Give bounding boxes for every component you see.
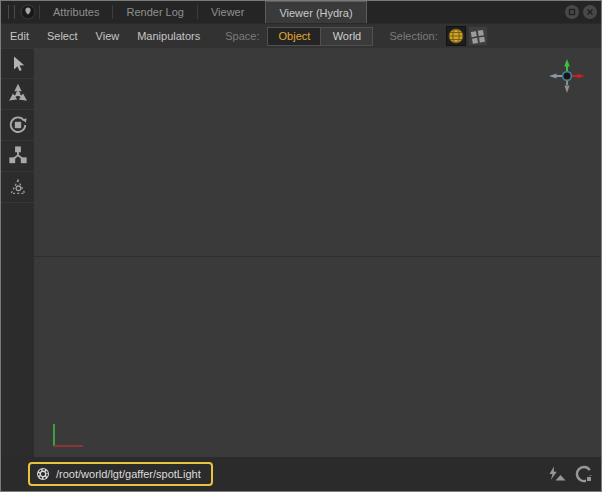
tab-label: Attributes	[53, 6, 99, 18]
globe-icon	[448, 28, 464, 44]
translate-icon	[8, 84, 28, 104]
status-bar: /root/world/lgt/gaffer/spotLight	[1, 457, 601, 491]
select-tool-button[interactable]	[1, 48, 34, 79]
space-toggle-group: Object World	[267, 27, 373, 46]
status-bar-icons	[547, 457, 593, 491]
translate-tool-button[interactable]	[1, 79, 34, 110]
tab-label: Viewer (Hydra)	[279, 7, 352, 19]
scale-tool-button[interactable]	[1, 141, 34, 172]
pivot-tool-button[interactable]	[1, 172, 34, 203]
rotate-tool-button[interactable]	[1, 110, 34, 141]
horizon-line	[34, 256, 601, 257]
space-label: Space:	[225, 30, 259, 42]
pane-menu-glyph	[20, 4, 36, 20]
menu-view[interactable]: View	[87, 30, 129, 42]
pivot-icon	[8, 177, 28, 197]
origin-axes-icon	[47, 422, 89, 452]
tab-bar-spacer	[367, 1, 565, 23]
space-object-button[interactable]: Object	[268, 28, 320, 45]
lightning-render-icon	[547, 466, 567, 483]
selection-label: Selection:	[389, 30, 437, 42]
viewer-main-area	[1, 48, 601, 457]
tab-attributes[interactable]: Attributes	[40, 1, 112, 23]
menu-select[interactable]: Select	[38, 30, 87, 42]
tab-label: Viewer	[211, 6, 244, 18]
manipulator-toolbar	[1, 48, 34, 457]
refresh-circle-icon	[575, 465, 593, 483]
tab-bar: Attributes Render Log Viewer Viewer (Hyd…	[1, 1, 601, 23]
tab-render-log[interactable]: Render Log	[113, 1, 197, 23]
close-icon	[586, 8, 594, 16]
tab-viewer[interactable]: Viewer	[198, 1, 257, 23]
gear-icon	[36, 467, 50, 481]
selected-location-path-box[interactable]: /root/world/lgt/gaffer/spotLight	[28, 462, 213, 486]
viewer-menu-bar: Edit Select View Manipulators Space: Obj…	[1, 23, 601, 48]
menu-manipulators[interactable]: Manipulators	[128, 30, 209, 42]
rotate-icon	[8, 115, 28, 135]
flush-caches-button[interactable]	[547, 466, 567, 483]
faces-icon	[470, 29, 485, 44]
space-world-button[interactable]: World	[320, 28, 372, 45]
axis-gizmo-icon[interactable]	[546, 57, 590, 97]
pane-menu-icon[interactable]	[17, 1, 39, 23]
viewport-update-button[interactable]	[575, 465, 593, 483]
selection-mode-faces-button[interactable]	[468, 26, 488, 46]
selected-location-path: /root/world/lgt/gaffer/spotLight	[56, 468, 201, 480]
maximize-icon	[568, 8, 576, 16]
tab-viewer-hydra[interactable]: Viewer (Hydra)	[265, 1, 366, 23]
close-pane-button[interactable]	[583, 5, 597, 19]
pane-grip-handle[interactable]	[8, 5, 15, 19]
tab-label: Render Log	[126, 6, 184, 18]
scale-icon	[8, 146, 28, 166]
cursor-arrow-icon	[8, 54, 27, 73]
viewport-3d[interactable]	[34, 48, 601, 457]
maximize-pane-button[interactable]	[565, 5, 579, 19]
viewer-hydra-pane: Attributes Render Log Viewer Viewer (Hyd…	[0, 0, 602, 492]
menu-edit[interactable]: Edit	[1, 30, 38, 42]
selection-mode-object-button[interactable]	[446, 26, 466, 46]
